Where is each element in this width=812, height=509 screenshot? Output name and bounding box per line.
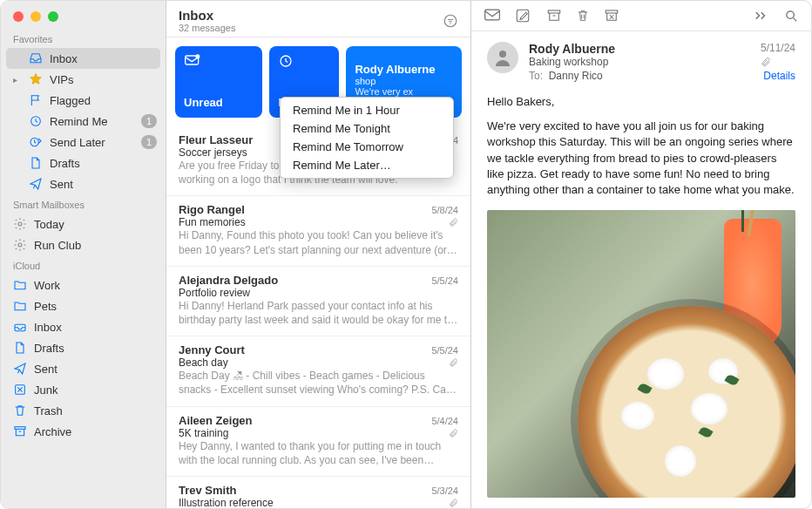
svg-rect-6 <box>15 427 25 430</box>
sidebar-item-label: Drafts <box>34 342 157 355</box>
folder-icon <box>13 299 27 313</box>
close-button[interactable] <box>13 11 24 22</box>
message-subject: Illustration reference <box>179 497 274 508</box>
search-icon[interactable] <box>784 9 799 24</box>
svg-point-7 <box>444 15 457 27</box>
folder-icon <box>13 278 27 292</box>
sidebar-item-label: Remind Me <box>50 115 134 128</box>
clock-icon <box>278 53 294 69</box>
top-cards: Unread Rem Rody Albuerne shop We're very… <box>166 37 470 126</box>
sidebar-item-work[interactable]: Work <box>1 275 166 295</box>
archive-icon[interactable] <box>546 8 562 24</box>
envelope-icon[interactable] <box>484 8 501 24</box>
sidebar-item-remind-me[interactable]: Remind Me1 <box>1 111 166 132</box>
message-subject: Soccer jerseys <box>179 146 247 159</box>
message-date: 5/8/24 <box>431 205 458 215</box>
sidebar-item-label: Sent <box>50 178 157 191</box>
sidebar-item-sent[interactable]: Sent <box>1 173 166 194</box>
count-badge: 1 <box>141 135 157 149</box>
message-row[interactable]: Jenny Court5/5/24Beach dayBeach Day 🏖 - … <box>166 336 470 406</box>
sidebar-item-inbox[interactable]: Inbox <box>1 316 166 337</box>
menu-item-later[interactable]: Remind Me Later… <box>281 156 453 174</box>
sidebar: Favorites Inbox▸VIPsFlaggedRemind Me1Sen… <box>1 1 166 508</box>
message-preview: Hey Danny, I wanted to thank you for put… <box>179 439 458 467</box>
menu-item-1hour[interactable]: Remind Me in 1 Hour <box>281 101 453 119</box>
message-row[interactable]: Aileen Zeigen5/4/245K trainingHey Danny,… <box>166 407 470 477</box>
paperplane-icon <box>13 362 27 376</box>
message-preview: Hi Danny! Herland Park passed your conta… <box>179 299 458 327</box>
sidebar-section-smart: Smart Mailboxes <box>1 194 166 214</box>
sidebar-item-today[interactable]: Today <box>1 214 166 234</box>
reader-body: We're very excited to have you all join … <box>487 119 795 198</box>
message-subject: Beach day <box>179 356 228 369</box>
sidebar-item-label: VIPs <box>50 73 157 86</box>
tray-icon <box>13 320 27 334</box>
sidebar-item-drafts[interactable]: Drafts <box>1 153 166 173</box>
message-row[interactable]: Alejandra Delgado5/5/24Portfolio reviewH… <box>166 267 470 336</box>
svg-point-15 <box>787 10 795 17</box>
doc-icon <box>29 156 43 170</box>
sidebar-item-pets[interactable]: Pets <box>1 295 166 316</box>
sidebar-section-icloud: iCloud <box>1 255 166 275</box>
svg-rect-14 <box>606 10 618 13</box>
sidebar-item-drafts[interactable]: Drafts <box>1 337 166 358</box>
sidebar-item-run-club[interactable]: Run Club <box>1 234 166 255</box>
sidebar-item-label: Work <box>34 279 157 292</box>
envelope-badge-icon <box>184 53 201 67</box>
sidebar-item-label: Inbox <box>34 321 157 334</box>
filter-icon[interactable] <box>443 13 458 29</box>
card-unread[interactable]: Unread <box>175 46 262 118</box>
more-icon[interactable] <box>753 10 768 22</box>
gear-icon <box>13 217 27 231</box>
reader-toolbar <box>471 1 811 31</box>
message-sender: Fleur Lasseur <box>179 133 253 146</box>
remind-context-menu: Remind Me in 1 Hour Remind Me Tonight Re… <box>280 97 454 179</box>
menu-item-tomorrow[interactable]: Remind Me Tomorrow <box>281 138 453 156</box>
sidebar-item-send-later[interactable]: Send Later1 <box>1 132 166 153</box>
trash-icon[interactable] <box>576 8 590 24</box>
chevron-right-icon[interactable]: ▸ <box>13 75 22 85</box>
menu-item-tonight[interactable]: Remind Me Tonight <box>281 119 453 138</box>
message-list[interactable]: Fleur Lasseur5/10/24Soccer jerseysAre yo… <box>166 126 470 508</box>
message-row[interactable]: Trev Smith5/3/24Illustration referenceHi… <box>166 477 470 508</box>
maximize-button[interactable] <box>48 11 58 22</box>
trash-icon <box>13 404 27 417</box>
sidebar-item-junk[interactable]: Junk <box>1 379 166 400</box>
sidebar-item-label: Junk <box>34 383 157 397</box>
sidebar-item-label: Trash <box>34 404 157 417</box>
sidebar-item-sent[interactable]: Sent <box>1 358 166 379</box>
sidebar-item-label: Send Later <box>50 136 134 149</box>
attachment-icon <box>761 56 795 68</box>
xbox-icon <box>13 383 27 397</box>
details-link[interactable]: Details <box>761 70 795 82</box>
message-preview: Hi Danny, Found this photo you took! Can… <box>179 228 458 256</box>
svg-point-2 <box>18 222 22 226</box>
message-subject: Fun memories <box>179 216 246 228</box>
sidebar-item-trash[interactable]: Trash <box>1 400 166 421</box>
junk-icon[interactable] <box>604 8 619 24</box>
message-list-pane: Inbox 32 messages Unread Rem Rody A <box>166 1 471 508</box>
message-sender: Alejandra Delgado <box>179 274 278 287</box>
minimize-button[interactable] <box>30 11 41 22</box>
message-subject: 5K training <box>179 427 228 439</box>
flag-icon <box>29 93 43 107</box>
sidebar-item-flagged[interactable]: Flagged <box>1 90 166 111</box>
message-sender: Trev Smith <box>179 484 236 497</box>
paperplane-icon <box>29 177 43 191</box>
clock-send-icon <box>29 135 43 149</box>
sender-avatar <box>487 42 518 73</box>
sidebar-item-label: Inbox <box>50 52 152 65</box>
reader-to: To: Danny Rico <box>529 70 750 82</box>
doc-icon <box>13 341 27 355</box>
sidebar-item-archive[interactable]: Archive <box>1 421 166 442</box>
reader-from: Rody Albuerne <box>529 42 750 56</box>
sidebar-item-inbox[interactable]: Inbox <box>6 48 160 69</box>
reader-greeting: Hello Bakers, <box>487 94 795 110</box>
svg-point-9 <box>195 54 200 58</box>
compose-icon[interactable] <box>515 8 531 24</box>
reader-pane: Rody Albuerne Baking workshop To: Danny … <box>471 1 811 508</box>
email-image <box>487 210 795 498</box>
message-row[interactable]: Rigo Rangel5/8/24Fun memoriesHi Danny, F… <box>166 196 470 266</box>
clock-icon <box>29 114 43 128</box>
sidebar-item-vips[interactable]: ▸VIPs <box>1 69 166 90</box>
